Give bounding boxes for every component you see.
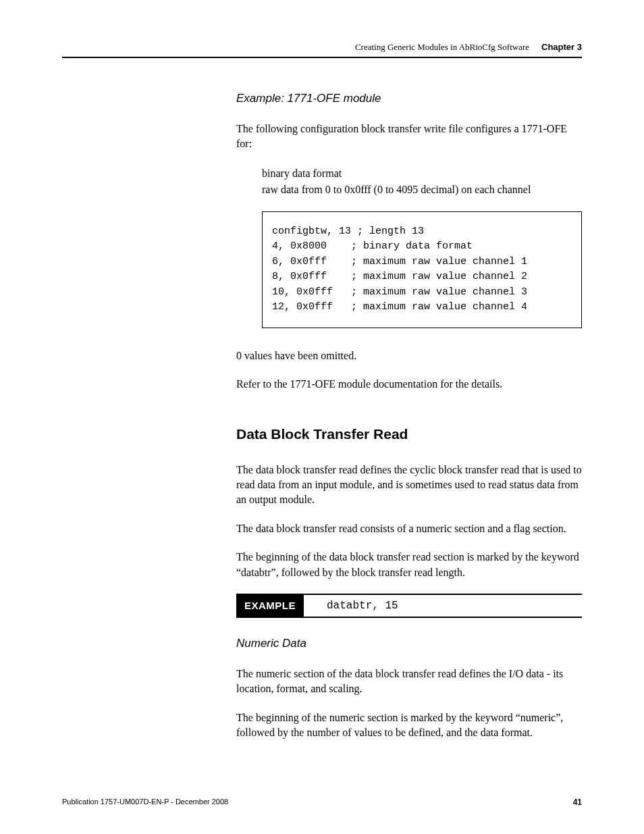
code-line-5: 10, 0x0fff ; maximum raw value channel 3	[272, 285, 572, 301]
section-heading: Data Block Transfer Read	[236, 426, 582, 442]
header-chapter: Chapter 3	[541, 42, 582, 52]
indent-line-1: binary data format	[262, 165, 582, 182]
code-line-2: 4, 0x8000 ; binary data format	[272, 239, 572, 255]
code-line-4: 8, 0x0fff ; maximum raw value channel 2	[272, 269, 572, 285]
main-content: Example: 1771-OFE module The following c…	[236, 92, 582, 740]
example-code: databtr, 15	[304, 595, 398, 617]
refer-text: Refer to the 1771-OFE module documentati…	[236, 377, 582, 392]
indent-line-2: raw data from 0 to 0x0fff (0 to 4095 dec…	[262, 182, 582, 198]
footer-page-number: 41	[573, 798, 582, 807]
code-line-6: 12, 0x0fff ; maximum raw value channel 4	[272, 300, 572, 315]
page-footer: Publication 1757-UM007D-EN-P - December …	[62, 798, 582, 807]
example-label: EXAMPLE	[236, 595, 304, 617]
paragraph-5: The beginning of the numeric section is …	[236, 710, 582, 741]
example-callout: EXAMPLE databtr, 15	[236, 594, 582, 618]
paragraph-1: The data block transfer read defines the…	[236, 463, 582, 508]
paragraph-4: The numeric section of the data block tr…	[236, 667, 582, 697]
omitted-text: 0 values have been omitted.	[236, 348, 582, 363]
paragraph-3: The beginning of the data block transfer…	[236, 550, 582, 580]
numeric-data-heading: Numeric Data	[236, 637, 582, 650]
code-line-3: 6, 0x0fff ; maximum raw value channel 1	[272, 255, 572, 270]
code-line-1: configbtw, 13 ; length 13	[272, 224, 572, 240]
paragraph-2: The data block transfer read consists of…	[236, 521, 582, 536]
code-box: configbtw, 13 ; length 13 4, 0x8000 ; bi…	[262, 211, 582, 328]
footer-publication: Publication 1757-UM007D-EN-P - December …	[62, 798, 228, 807]
example-heading: Example: 1771-OFE module	[236, 92, 582, 105]
intro-paragraph: The following configuration block transf…	[236, 122, 582, 152]
indent-block: binary data format raw data from 0 to 0x…	[262, 165, 582, 198]
page-header: Creating Generic Modules in AbRioCfg Sof…	[62, 42, 582, 58]
header-title: Creating Generic Modules in AbRioCfg Sof…	[355, 42, 529, 53]
